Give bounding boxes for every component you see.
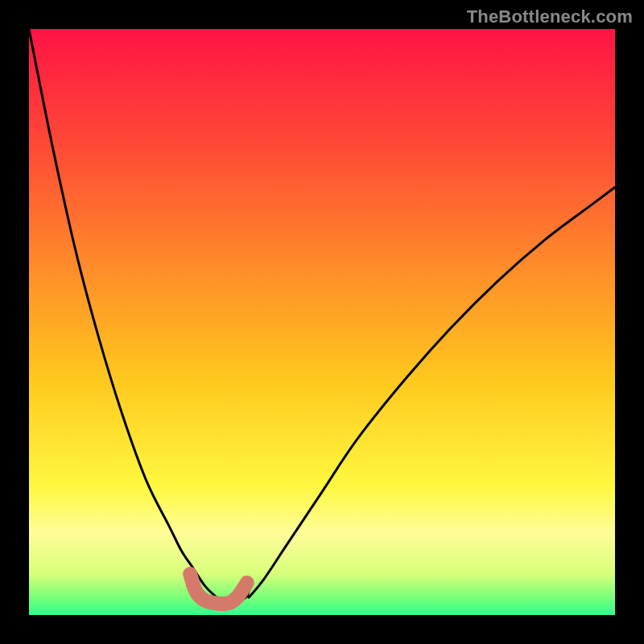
- chart-svg: [29, 29, 615, 615]
- gradient-background: [29, 29, 615, 615]
- chart-frame: TheBottleneck.com: [0, 0, 644, 644]
- watermark-text: TheBottleneck.com: [467, 6, 633, 27]
- plot-area: [29, 29, 615, 615]
